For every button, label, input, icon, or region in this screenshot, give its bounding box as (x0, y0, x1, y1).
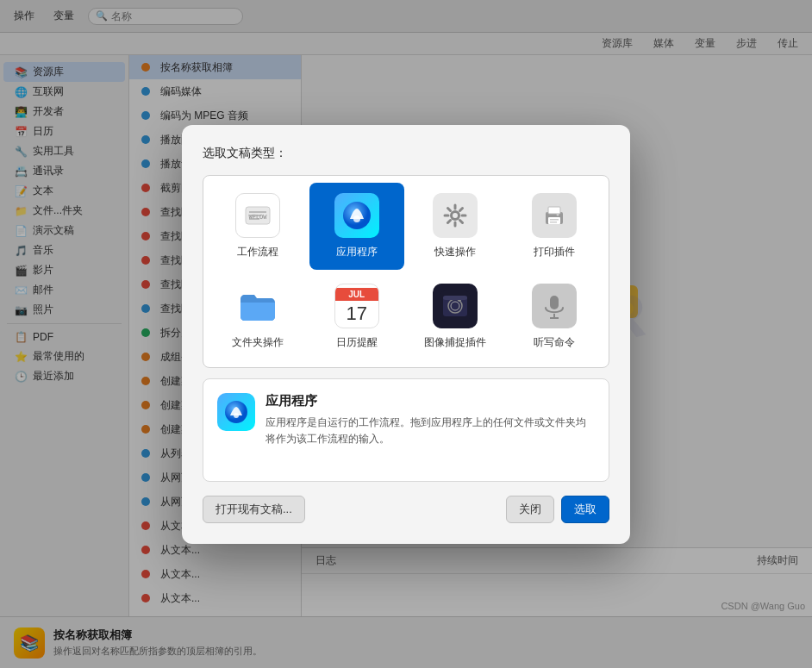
svg-point-3 (353, 215, 360, 222)
desc-text: 应用程序是自运行的工作流程。拖到应用程序上的任何文件或文件夹均将作为该工作流程的… (265, 415, 595, 447)
cal-day: 17 (347, 304, 367, 323)
doc-type-calendar[interactable]: JUL 17 日历提醒 (309, 273, 405, 360)
svg-rect-26 (550, 296, 559, 309)
folder-icon (235, 284, 280, 328)
doc-type-workflow[interactable]: WFLOW 工作流程 (210, 183, 306, 270)
folder-label: 文件夹操作 (232, 335, 284, 350)
desc-icon-svg (224, 400, 248, 424)
description-box: 应用程序 应用程序是自运行的工作流程。拖到应用程序上的任何文件或文件夹均将作为该… (203, 378, 609, 482)
desc-title: 应用程序 (265, 393, 595, 409)
doc-type-imgcapture[interactable]: 图像捕捉插件 (408, 273, 503, 360)
gear-svg (440, 200, 471, 231)
app-label: 应用程序 (336, 245, 378, 259)
svg-point-19 (556, 213, 559, 215)
doc-type-print[interactable]: 打印插件 (507, 183, 603, 270)
doc-type-grid: WFLOW 工作流程 (203, 175, 609, 368)
dialog-title: 选取文稿类型： (203, 146, 609, 161)
svg-line-10 (448, 208, 451, 210)
dialog-overlay: 选取文稿类型： WFLOW 工作流程 (0, 0, 812, 668)
calendar-label: 日历提醒 (336, 335, 378, 350)
btn-group: 关闭 选取 (506, 496, 609, 523)
imgcapture-svg (440, 290, 471, 322)
imgcapture-icon (433, 284, 478, 328)
print-svg (539, 200, 570, 231)
doc-type-application[interactable]: 应用程序 (309, 183, 405, 270)
svg-line-11 (460, 220, 463, 222)
dictation-label: 听写命令 (534, 335, 575, 350)
print-icon (532, 193, 577, 238)
svg-point-30 (234, 413, 239, 418)
svg-rect-16 (548, 207, 560, 214)
dialog-buttons: 打开现有文稿... 关闭 选取 (203, 496, 609, 523)
app-icon (334, 193, 379, 238)
svg-rect-17 (550, 219, 559, 221)
svg-point-5 (453, 213, 458, 218)
quickaction-label: 快速操作 (434, 245, 476, 259)
desc-icon (217, 393, 255, 431)
quickaction-icon (433, 193, 478, 238)
open-existing-button[interactable]: 打开现有文稿... (203, 496, 305, 523)
svg-line-13 (460, 208, 463, 210)
workflow-icon: WFLOW (235, 193, 280, 238)
svg-rect-15 (548, 217, 560, 224)
desc-content: 应用程序 应用程序是自运行的工作流程。拖到应用程序上的任何文件或文件夹均将作为该… (265, 393, 595, 447)
imgcapture-label: 图像捕捉插件 (424, 335, 486, 350)
print-label: 打印插件 (534, 245, 575, 259)
svg-rect-18 (550, 222, 557, 223)
workflow-svg: WFLOW (242, 200, 273, 231)
doc-type-dictation[interactable]: 听写命令 (507, 273, 603, 360)
svg-line-12 (448, 220, 451, 222)
folder-svg (235, 284, 280, 328)
app-svg (341, 200, 372, 231)
calendar-type-icon: JUL 17 (334, 284, 379, 328)
close-button[interactable]: 关闭 (506, 496, 554, 523)
doc-type-folder[interactable]: 文件夹操作 (210, 273, 306, 360)
svg-text:WFLOW: WFLOW (249, 214, 268, 221)
dialog: 选取文稿类型： WFLOW 工作流程 (182, 125, 630, 544)
doc-type-quickaction[interactable]: 快速操作 (408, 183, 503, 270)
workflow-label: 工作流程 (237, 245, 278, 259)
mic-svg (539, 290, 570, 322)
app-window: 操作 变量 🔍 资源库 媒体 变量 步进 传止 📚 资源库 🌐 互联网 👨 (0, 0, 812, 668)
select-button[interactable]: 选取 (561, 496, 609, 523)
svg-rect-25 (443, 296, 467, 300)
cal-month: JUL (335, 288, 378, 301)
dictation-icon (532, 284, 577, 328)
